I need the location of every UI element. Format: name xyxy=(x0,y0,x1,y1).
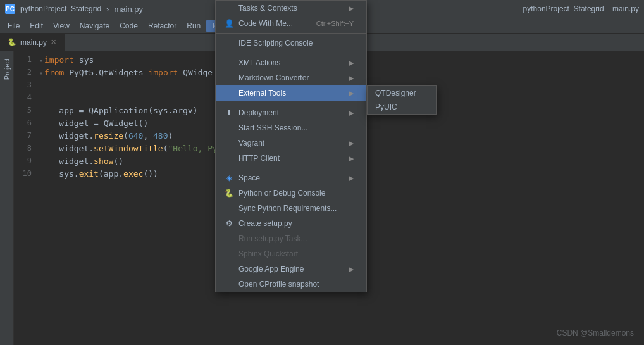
code-with-me-icon: 👤 xyxy=(223,18,235,28)
vagrant-label: Vagrant xyxy=(238,139,344,147)
sync-icon xyxy=(223,203,235,213)
title-separator: › xyxy=(106,4,109,14)
markdown-icon xyxy=(223,73,235,83)
vagrant-icon xyxy=(223,138,235,148)
deployment-label: Deployment xyxy=(238,108,344,117)
run-setup-icon xyxy=(223,234,235,244)
menu-item-run-setup: Run setup.py Task... xyxy=(216,231,366,246)
python-console-label: Python or Debug Console xyxy=(238,189,354,198)
xml-icon xyxy=(223,58,235,68)
menu-refactor[interactable]: Refactor xyxy=(143,20,182,32)
project-name: pythonProject_Stategrid xyxy=(20,4,101,13)
menu-file[interactable]: File xyxy=(3,20,25,32)
menu-item-external-tools[interactable]: External Tools ▶ QTDesigner PyUIC xyxy=(216,85,366,101)
vagrant-arrow-icon: ▶ xyxy=(349,139,354,147)
start-ssh-label: Start SSH Session... xyxy=(238,123,354,132)
create-setup-icon: ⚙ xyxy=(223,218,235,229)
markdown-converter-label: Markdown Converter xyxy=(238,73,344,82)
menu-item-sync-python[interactable]: Sync Python Requirements... xyxy=(216,201,366,216)
external-tools-icon xyxy=(223,88,235,98)
sphinx-icon xyxy=(223,249,235,259)
code-with-me-shortcut: Ctrl+Shift+Y xyxy=(316,20,354,27)
separator-4 xyxy=(216,168,366,168)
http-client-label: HTTP Client xyxy=(238,154,344,163)
gae-arrow-icon: ▶ xyxy=(349,265,354,273)
main-area: Project 1 ▾import sys 2 ▾from PyQt5.QtWi… xyxy=(0,51,644,345)
python-console-icon: 🐍 xyxy=(223,188,235,198)
menu-item-markdown-converter[interactable]: Markdown Converter ▶ xyxy=(216,70,366,85)
space-label: Space xyxy=(238,173,344,182)
sphinx-label: Sphinx Quickstart xyxy=(238,249,354,258)
ide-scripting-icon xyxy=(223,38,235,48)
tools-dropdown-menu[interactable]: Tasks & Contexts ▶ 👤 Code With Me... Ctr… xyxy=(215,0,367,292)
menu-item-deployment[interactable]: ⬆ Deployment ▶ xyxy=(216,105,366,120)
menu-item-vagrant[interactable]: Vagrant ▶ xyxy=(216,135,366,151)
deployment-icon: ⬆ xyxy=(223,108,235,118)
deployment-arrow-icon: ▶ xyxy=(349,109,354,117)
separator-1 xyxy=(216,33,366,34)
run-setup-label: Run setup.py Task... xyxy=(238,234,354,243)
submenu-item-pyuic[interactable]: PyUIC xyxy=(368,100,436,114)
menu-item-http-client[interactable]: HTTP Client ▶ xyxy=(216,151,366,166)
sync-python-label: Sync Python Requirements... xyxy=(238,204,354,213)
qtdesigner-label: QTDesigner xyxy=(375,89,423,97)
app-icon: PC xyxy=(5,4,15,14)
menu-item-python-console[interactable]: 🐍 Python or Debug Console xyxy=(216,185,366,201)
tab-close-button[interactable]: ✕ xyxy=(51,38,56,46)
menu-run[interactable]: Run xyxy=(182,20,206,32)
menu-item-open-cprofile[interactable]: Open CProfile snapshot xyxy=(216,277,366,292)
menu-edit[interactable]: Edit xyxy=(25,20,48,32)
sidebar: Project xyxy=(0,51,14,345)
xml-arrow-icon: ▶ xyxy=(349,59,354,67)
separator-3 xyxy=(216,103,366,103)
title-filename: main.py xyxy=(114,4,143,14)
external-tools-submenu[interactable]: QTDesigner PyUIC xyxy=(367,85,437,115)
external-tools-arrow-icon: ▶ xyxy=(349,89,354,97)
create-setup-label: Create setup.py xyxy=(238,219,354,228)
sidebar-project-tab[interactable]: Project xyxy=(2,53,12,85)
menu-item-xml-actions[interactable]: XML Actions ▶ xyxy=(216,55,366,70)
submenu-item-qtdesigner[interactable]: QTDesigner xyxy=(368,86,436,100)
python-file-icon: 🐍 xyxy=(8,38,16,46)
code-with-me-label: Code With Me... xyxy=(238,19,304,28)
menu-item-ide-scripting[interactable]: IDE Scripting Console xyxy=(216,35,366,51)
space-icon: ◈ xyxy=(223,173,235,183)
cprofile-icon xyxy=(223,279,235,289)
xml-actions-label: XML Actions xyxy=(238,58,344,67)
menu-item-space[interactable]: ◈ Space ▶ xyxy=(216,170,366,185)
menu-item-start-ssh[interactable]: Start SSH Session... xyxy=(216,120,366,135)
external-tools-label: External Tools xyxy=(238,89,344,97)
tasks-icon xyxy=(223,3,235,13)
tasks-arrow-icon: ▶ xyxy=(349,4,354,13)
menu-view[interactable]: View xyxy=(48,20,75,32)
window-title: pythonProject_Stategrid – main.py xyxy=(523,4,639,13)
http-icon xyxy=(223,153,235,163)
tab-main-py[interactable]: 🐍 main.py ✕ xyxy=(0,34,65,51)
ssh-icon xyxy=(223,123,235,133)
menu-code[interactable]: Code xyxy=(115,20,143,32)
menu-item-google-app-engine[interactable]: Google App Engine ▶ xyxy=(216,261,366,277)
google-app-engine-label: Google App Engine xyxy=(238,265,344,273)
space-arrow-icon: ▶ xyxy=(349,174,354,182)
ide-scripting-label: IDE Scripting Console xyxy=(238,39,354,47)
open-cprofile-label: Open CProfile snapshot xyxy=(238,280,354,289)
menu-item-tasks-contexts[interactable]: Tasks & Contexts ▶ xyxy=(216,1,366,16)
menu-item-sphinx: Sphinx Quickstart xyxy=(216,246,366,261)
http-arrow-icon: ▶ xyxy=(349,154,354,163)
gae-icon xyxy=(223,264,235,274)
separator-2 xyxy=(216,53,366,53)
menu-navigate[interactable]: Navigate xyxy=(75,20,115,32)
menu-item-code-with-me[interactable]: 👤 Code With Me... Ctrl+Shift+Y xyxy=(216,16,366,31)
markdown-arrow-icon: ▶ xyxy=(349,74,354,82)
watermark: CSDN @Smalldemons xyxy=(557,329,634,337)
pyuic-label: PyUIC xyxy=(375,103,423,111)
tab-label: main.py xyxy=(20,38,47,47)
menu-item-create-setup[interactable]: ⚙ Create setup.py xyxy=(216,216,366,231)
tasks-label: Tasks & Contexts xyxy=(238,4,344,13)
